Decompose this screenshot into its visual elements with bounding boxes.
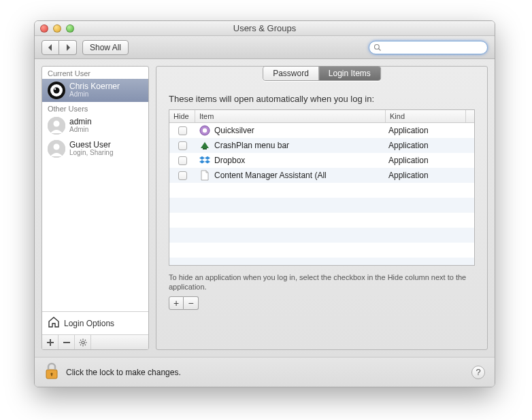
content-area: Current User Chris Koerner Admin Other U…: [35, 59, 495, 357]
footer: Click the lock to make changes. ?: [35, 357, 495, 387]
item-name: Content Manager Assistant (All: [214, 171, 327, 180]
crashplan-icon: [199, 140, 210, 151]
svg-rect-11: [47, 342, 54, 343]
svg-marker-27: [205, 156, 210, 160]
item-name: Dropbox: [214, 156, 245, 165]
titlebar[interactable]: Users & Groups: [35, 21, 495, 36]
table-row[interactable]: CrashPlan menu bar Application: [169, 138, 474, 153]
add-item-button[interactable]: +: [169, 296, 184, 310]
svg-rect-32: [51, 374, 52, 376]
login-options-label: Login Options: [64, 319, 114, 328]
avatar-current-icon: [48, 82, 65, 99]
preferences-window: Users & Groups Show All Current User: [34, 20, 495, 387]
hide-checkbox[interactable]: [178, 141, 187, 150]
table-row[interactable]: Dropbox Application: [169, 153, 474, 168]
item-name: CrashPlan menu bar: [214, 141, 289, 150]
item-kind: Application: [386, 156, 466, 165]
svg-marker-29: [205, 160, 210, 164]
other-user-1-name: Guest User: [69, 141, 114, 149]
lock-icon[interactable]: [44, 362, 59, 382]
home-icon: [48, 316, 60, 330]
svg-point-7: [54, 121, 60, 127]
toolbar: Show All: [35, 36, 495, 59]
forward-button[interactable]: [59, 40, 77, 55]
table-header: Hide Item Kind: [169, 110, 474, 123]
show-all-button[interactable]: Show All: [82, 40, 129, 55]
other-user-1-role: Login, Sharing: [69, 149, 114, 157]
hide-checkbox[interactable]: [178, 156, 187, 165]
svg-marker-26: [199, 156, 205, 160]
lock-text: Click the lock to make changes.: [66, 368, 181, 377]
table-row[interactable]: Quicksilver Application: [169, 123, 474, 138]
help-button[interactable]: ?: [471, 366, 485, 379]
search-field[interactable]: [369, 41, 488, 54]
users-sidebar: Current User Chris Koerner Admin Other U…: [41, 66, 149, 350]
item-name: Quicksilver: [214, 126, 254, 135]
tab-password[interactable]: Password: [263, 67, 318, 80]
svg-line-20: [84, 340, 85, 340]
search-icon: [373, 43, 382, 52]
current-user-label: Current User: [42, 67, 148, 79]
other-user-0-name: admin: [69, 118, 92, 126]
sidebar-controls: [42, 334, 148, 349]
svg-point-13: [82, 341, 84, 344]
svg-line-21: [80, 344, 81, 345]
dropbox-icon: [199, 155, 210, 166]
item-kind: Application: [386, 126, 466, 135]
col-kind[interactable]: Kind: [386, 110, 466, 122]
main-tabs: Password Login Items: [263, 66, 381, 81]
current-user-name: Chris Koerner: [69, 82, 120, 90]
hide-hint-text: To hide an application when you log in, …: [169, 273, 475, 292]
login-options-button[interactable]: Login Options: [42, 311, 148, 334]
window-title: Users & Groups: [35, 23, 495, 33]
svg-rect-12: [63, 342, 70, 343]
col-hide[interactable]: Hide: [169, 110, 195, 122]
sidebar-item-admin[interactable]: admin Admin: [42, 114, 148, 137]
gear-icon: [79, 338, 87, 347]
item-kind: Application: [386, 141, 466, 150]
item-kind: Application: [386, 171, 466, 180]
tab-login-items[interactable]: Login Items: [318, 67, 380, 80]
login-items-table: Hide Item Kind Quicksilver Application: [169, 109, 475, 266]
svg-line-18: [80, 340, 81, 340]
hide-checkbox[interactable]: [178, 171, 187, 180]
svg-marker-24: [201, 142, 209, 148]
user-actions-gear[interactable]: [75, 335, 91, 349]
avatar-generic-icon: [48, 117, 65, 135]
login-items-heading: These items will open automatically when…: [169, 94, 475, 104]
sidebar-item-current-user[interactable]: Chris Koerner Admin: [42, 79, 148, 102]
quicksilver-icon: [199, 125, 210, 136]
avatar-generic-icon: [48, 140, 65, 158]
search-input[interactable]: [384, 43, 483, 52]
remove-item-button[interactable]: −: [184, 296, 199, 310]
svg-rect-25: [203, 148, 207, 150]
sidebar-item-guest[interactable]: Guest User Login, Sharing: [42, 137, 148, 160]
current-user-role: Admin: [69, 90, 120, 99]
add-user-button[interactable]: [42, 335, 59, 349]
nav-buttons: [41, 40, 77, 55]
document-icon: [199, 170, 210, 181]
back-button[interactable]: [41, 40, 59, 55]
svg-point-9: [54, 144, 60, 150]
svg-point-0: [375, 44, 380, 49]
table-row[interactable]: Content Manager Assistant (All Applicati…: [169, 168, 474, 183]
svg-marker-28: [199, 160, 205, 164]
col-item[interactable]: Item: [195, 110, 386, 122]
hide-checkbox[interactable]: [178, 126, 187, 135]
item-controls: + −: [169, 296, 475, 310]
remove-user-button[interactable]: [59, 335, 75, 349]
svg-line-19: [84, 344, 85, 345]
svg-point-23: [203, 128, 207, 133]
other-users-label: Other Users: [42, 102, 148, 114]
svg-point-5: [54, 88, 56, 90]
main-panel: Password Login Items These items will op…: [156, 66, 488, 350]
svg-point-4: [54, 88, 60, 94]
other-user-0-role: Admin: [69, 126, 92, 134]
svg-line-1: [379, 48, 381, 50]
